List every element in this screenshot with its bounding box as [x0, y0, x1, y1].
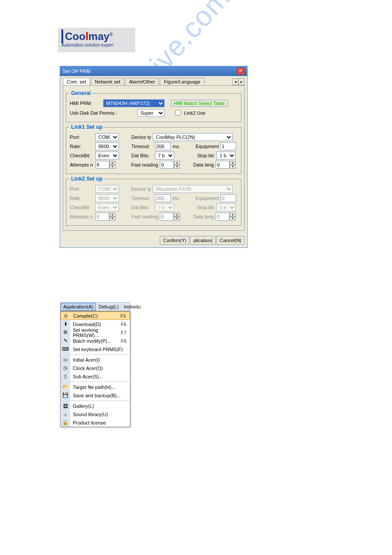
menu-clock-acer[interactable]: ◷ Clock Acer(O) — [61, 364, 130, 372]
cancel-button[interactable]: Cancel(N) — [216, 236, 245, 245]
application-button[interactable]: plication( — [190, 236, 216, 245]
link1-device-select[interactable]: CoolMay PLC(2N) — [153, 133, 233, 141]
link1-equipment-label: Equipment — [196, 144, 219, 149]
spin-down-icon[interactable]: ▼ — [174, 165, 180, 169]
save-icon: 💾 — [61, 391, 70, 399]
menu-sound-library[interactable]: ♪ Sound library(U) — [61, 410, 130, 418]
close-icon[interactable]: ✕ — [237, 68, 245, 75]
link2-datalength-spinner: ▲▼ — [216, 213, 236, 221]
tab-com-set[interactable]: Com. set — [63, 78, 90, 85]
menu-sub-acer[interactable]: ▯ Sub Acer(S)... — [61, 372, 130, 381]
download-icon: ⬇ — [61, 320, 70, 328]
menu-target-file-path[interactable]: 📂 Target file path(H)... — [61, 383, 130, 391]
brand-logo: Coolmay® Automation solution expert — [58, 28, 135, 52]
sound-icon: ♪ — [61, 410, 70, 418]
link2-device-label: Device ty — [131, 186, 151, 192]
menu-set-keyboard-prms[interactable]: ⌨ Set keyboard PRMS(F) — [61, 345, 130, 353]
menubar-application[interactable]: Application(A) — [61, 303, 96, 311]
link1-attempts-spinner[interactable]: ▲▼ — [95, 161, 115, 169]
link1-databits-select[interactable]: 7 b — [155, 152, 174, 160]
link2-use-checkbox[interactable] — [175, 110, 181, 116]
gallery-icon: 🖼 — [61, 402, 70, 410]
link1-checkbit-select[interactable]: Even — [95, 152, 119, 160]
link1-device-label: Device ty — [131, 134, 151, 140]
tab-pane: General HMI PRM: MT6043H (480*272) HMI M… — [63, 85, 245, 231]
link2-stopbit-select: 1 b — [216, 203, 236, 211]
link1-rate-select[interactable]: 9600 — [95, 142, 119, 150]
link2-use-label: Link2 Use — [184, 110, 205, 116]
menu-initial-acer[interactable]: ▭ Initial Acer(I) — [61, 355, 130, 364]
keyboard-icon: ⌨ — [61, 345, 70, 353]
link2-attempts-label: Attempts n — [70, 214, 94, 219]
link2-port-label: Port: — [70, 186, 94, 192]
spin-up-icon[interactable]: ▲ — [109, 161, 115, 165]
link2-equipment-label: Equipment — [196, 196, 219, 201]
menu-save-backup[interactable]: 💾 Save and backup(B)... — [61, 391, 130, 399]
link1-datalength-spinner[interactable]: ▲▼ — [216, 161, 236, 169]
menu-set-working-prms[interactable]: ⚙ Set working PRMS(W)... F7 — [61, 328, 130, 337]
link2-datalength-label: Data leng — [193, 214, 214, 219]
tab-scroll-left-icon[interactable]: ◂ — [232, 78, 238, 85]
menu-batch-modify[interactable]: ✎ Batch modify(P)... F8 — [61, 337, 130, 345]
link1-timeout-unit: ms — [173, 144, 179, 149]
menu-product-license[interactable]: 🔒 Product license — [61, 418, 130, 427]
set-op-prm-dialog: Set OP PRM ✕ Com. set Network set Alarm/… — [60, 66, 248, 248]
menu-compile[interactable]: ⎘ Compile(C) F5 — [61, 312, 130, 320]
link1-attempts-label: Attempts n — [70, 162, 94, 167]
link2-group: Link2 Set up Port: COM2 Device ty Mitsub… — [66, 176, 241, 226]
menu-download-accel: F6 — [121, 322, 130, 327]
dialog-buttons: Confirm(Y) plication( Cancel(N) — [60, 233, 247, 247]
link2-stopbit-label: Stop bit: — [197, 205, 215, 210]
general-legend: General — [70, 90, 92, 96]
settings-icon: ⚙ — [61, 328, 70, 337]
link1-stopbit-select[interactable]: 1 b — [216, 152, 236, 160]
link1-stopbit-label: Stop bit: — [197, 153, 215, 158]
menu-setwork-accel: F7 — [121, 330, 130, 335]
tab-alarm-other[interactable]: Alarm/Other — [125, 78, 159, 85]
link2-fastreading-spinner: ▲▼ — [160, 213, 180, 221]
spin-down-icon: ▼ — [230, 217, 236, 221]
menubar-individual[interactable]: Individu — [121, 303, 143, 311]
dialog-title: Set OP PRM — [63, 69, 90, 74]
link2-fastreading-label: Fast reading — [131, 214, 158, 219]
spin-up-icon: ▲ — [230, 213, 236, 217]
spin-down-icon[interactable]: ▼ — [109, 165, 115, 169]
tab-network-set[interactable]: Network set — [91, 78, 124, 85]
general-group: General HMI PRM: MT6043H (480*272) HMI M… — [66, 90, 241, 122]
hmi-prm-select[interactable]: MT6043H (480*272) — [103, 99, 165, 107]
link2-timeout-input — [155, 194, 171, 202]
usb-permis-select[interactable]: Super — [137, 109, 165, 117]
folder-open-icon: 📂 — [61, 383, 70, 391]
link1-fastreading-spinner[interactable]: ▲▼ — [160, 161, 180, 169]
spin-down-icon[interactable]: ▼ — [230, 165, 236, 169]
link1-checkbit-label: CheckBit: — [70, 153, 94, 158]
tab-figure-language[interactable]: Figure/Language — [160, 78, 204, 85]
link2-timeout-unit: ms — [173, 196, 179, 201]
menubar-debug[interactable]: Debug(L) — [96, 303, 121, 311]
hmi-match-button[interactable]: HMI Match Select Table — [171, 100, 228, 107]
link2-databits-label: Dat Bits: — [131, 205, 153, 210]
link1-legend: Link1 Set up — [70, 124, 104, 130]
link1-equipment-input[interactable] — [220, 142, 236, 150]
hmi-prm-label: HMI PRM: — [70, 101, 101, 106]
link2-checkbit-label: CheckBit: — [70, 205, 94, 210]
spin-up-icon[interactable]: ▲ — [174, 161, 180, 165]
tab-scroll-right-icon[interactable]: ▸ — [238, 78, 245, 85]
dialog-titlebar[interactable]: Set OP PRM ✕ — [60, 66, 247, 76]
menu-compile-accel: F5 — [120, 313, 129, 319]
spin-up-icon[interactable]: ▲ — [230, 161, 236, 165]
link1-timeout-input[interactable] — [155, 142, 171, 150]
link1-datalength-label: Data leng — [193, 162, 214, 167]
batch-icon: ✎ — [61, 337, 70, 345]
menu-gallery[interactable]: 🖼 Gallery(L) — [61, 402, 130, 410]
spin-up-icon: ▲ — [109, 213, 115, 217]
confirm-button[interactable]: Confirm(Y) — [160, 236, 189, 245]
link2-legend: Link2 Set up — [70, 176, 104, 182]
link2-rate-label: Rate: — [70, 196, 94, 201]
license-icon: 🔒 — [61, 418, 70, 427]
link2-equipment-input — [220, 194, 236, 202]
tabstrip: Com. set Network set Alarm/Other Figure/… — [60, 76, 247, 85]
link1-port-select[interactable]: COM1 — [95, 133, 119, 141]
spin-up-icon: ▲ — [174, 213, 180, 217]
link1-databits-label: Dat Bits: — [131, 153, 153, 158]
